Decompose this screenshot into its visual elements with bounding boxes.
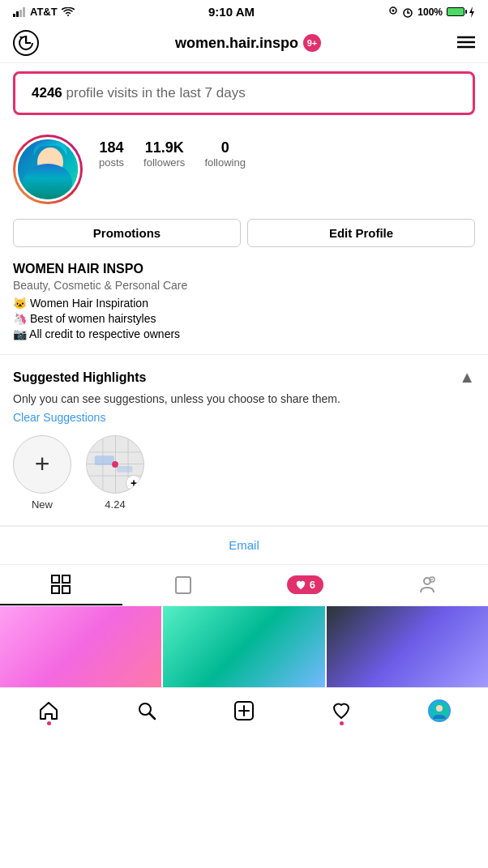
new-plus-icon: + — [35, 449, 50, 479]
svg-rect-24 — [117, 466, 132, 472]
svg-rect-1 — [16, 11, 19, 17]
svg-point-15 — [37, 148, 63, 177]
home-icon — [38, 700, 59, 721]
preview-highlight-circle[interactable]: + — [86, 435, 144, 494]
tab-grid[interactable] — [0, 565, 122, 605]
svg-rect-23 — [95, 455, 114, 465]
wifi-icon — [62, 7, 75, 17]
portrait-icon — [173, 575, 193, 595]
bio-section: WOMEN HAIR INSPO Beauty, Cosmetic & Pers… — [0, 259, 488, 354]
svg-rect-28 — [52, 586, 59, 593]
status-bar: AT&T 9:10 AM 100% — [0, 0, 488, 24]
carrier-label: AT&T — [30, 6, 58, 18]
stat-followers[interactable]: 11.9K followers — [143, 139, 185, 169]
visits-text: profile visits in the last 7 days — [62, 85, 246, 100]
profile-avatar-thumb — [428, 699, 451, 722]
avatar — [18, 139, 78, 199]
highlights-title: Suggested Highlights — [13, 370, 146, 385]
tab-portrait[interactable] — [122, 565, 245, 605]
bottom-nav — [0, 687, 488, 733]
heart-nav-icon — [331, 700, 352, 721]
avatar-inner — [15, 137, 80, 202]
new-highlight-label: New — [13, 498, 71, 511]
tab-likes[interactable]: 6 — [244, 565, 366, 605]
svg-marker-9 — [469, 6, 474, 18]
posts-label: posts — [99, 156, 124, 169]
like-badge-wrap: 6 — [287, 575, 323, 594]
notification-badge: 9+ — [303, 34, 321, 52]
nav-search[interactable] — [97, 695, 195, 727]
highlights-header: Suggested Highlights ▲ — [13, 368, 475, 387]
status-time: 9:10 AM — [208, 5, 255, 19]
svg-rect-2 — [19, 10, 22, 17]
signal-icon — [13, 7, 26, 17]
photo-grid — [0, 606, 488, 687]
profile-buttons: Promotions Edit Profile — [0, 212, 488, 259]
svg-rect-29 — [62, 586, 70, 593]
svg-point-40 — [436, 705, 443, 712]
preview-highlight-label: 4.24 — [86, 498, 144, 511]
svg-line-35 — [149, 713, 155, 719]
new-highlight-item[interactable]: + New — [13, 435, 71, 511]
preview-plus-badge: + — [126, 475, 142, 491]
visits-count: 4246 — [32, 85, 62, 100]
followers-count: 11.9K — [143, 139, 185, 156]
email-button[interactable]: Email — [229, 538, 259, 552]
like-count: 6 — [310, 579, 315, 591]
new-highlight-circle[interactable]: + — [13, 435, 71, 494]
photo-cell-2[interactable] — [163, 606, 324, 687]
bio-line-1: 🐱 Women Hair Inspiration — [13, 297, 475, 310]
activity-dot — [340, 721, 344, 725]
nav-bar: women.hair.inspo 9+ — [0, 24, 488, 63]
person-tag-icon — [417, 575, 437, 595]
bio-line-2: 🦄 Best of women hairstyles — [13, 312, 475, 325]
profile-stats: 184 posts 11.9K followers 0 following — [99, 139, 475, 169]
heart-icon — [295, 579, 306, 591]
bio-line-3: 📷 All credit to respective owners — [13, 327, 475, 340]
menu-button[interactable] — [457, 34, 475, 52]
highlights-section: Suggested Highlights ▲ Only you can see … — [0, 355, 488, 525]
svg-rect-30 — [176, 577, 190, 593]
nav-profile[interactable] — [391, 695, 488, 727]
nav-post[interactable] — [195, 695, 293, 727]
history-icon — [19, 36, 33, 50]
location-icon — [388, 6, 398, 18]
highlights-row: + New + — [13, 435, 475, 519]
nav-activity[interactable] — [293, 695, 390, 727]
svg-point-5 — [392, 9, 395, 11]
email-row: Email — [0, 526, 488, 564]
promotions-button[interactable]: Promotions — [13, 219, 241, 247]
avatar-wrap — [13, 135, 83, 204]
search-icon — [136, 700, 157, 721]
profile-username: women.hair.inspo — [175, 35, 298, 52]
posts-count: 184 — [99, 139, 124, 156]
following-label: following — [204, 156, 246, 169]
highlights-description: Only you can see suggestions, unless you… — [13, 391, 475, 408]
followers-label: followers — [143, 156, 185, 169]
history-button[interactable] — [13, 30, 39, 56]
photo-cell-1[interactable] — [0, 606, 161, 687]
hamburger-icon — [457, 36, 475, 49]
charging-icon — [469, 6, 475, 18]
alarm-icon — [402, 6, 413, 18]
avatar-svg — [18, 139, 78, 199]
home-dot — [47, 721, 51, 725]
grid-icon — [51, 575, 71, 594]
svg-rect-0 — [13, 14, 15, 17]
photo-cell-3[interactable] — [327, 606, 488, 687]
bio-name: WOMEN HAIR INSPO — [13, 262, 475, 276]
clear-suggestions-button[interactable]: Clear Suggestions — [13, 411, 475, 424]
bio-category: Beauty, Cosmetic & Personal Care — [13, 279, 475, 292]
tab-tagged[interactable] — [366, 565, 489, 605]
preview-highlight-item[interactable]: + 4.24 — [86, 435, 144, 511]
plus-square-icon — [233, 700, 255, 721]
visits-banner: 4246 profile visits in the last 7 days — [13, 71, 475, 115]
stat-following[interactable]: 0 following — [204, 139, 246, 169]
highlights-collapse-button[interactable]: ▲ — [459, 368, 475, 387]
svg-point-25 — [112, 461, 118, 468]
battery-icon — [447, 7, 464, 16]
status-right: 100% — [388, 6, 475, 18]
edit-profile-button[interactable]: Edit Profile — [247, 219, 475, 247]
nav-home[interactable] — [0, 695, 97, 727]
nav-title-wrap: women.hair.inspo 9+ — [175, 34, 321, 52]
